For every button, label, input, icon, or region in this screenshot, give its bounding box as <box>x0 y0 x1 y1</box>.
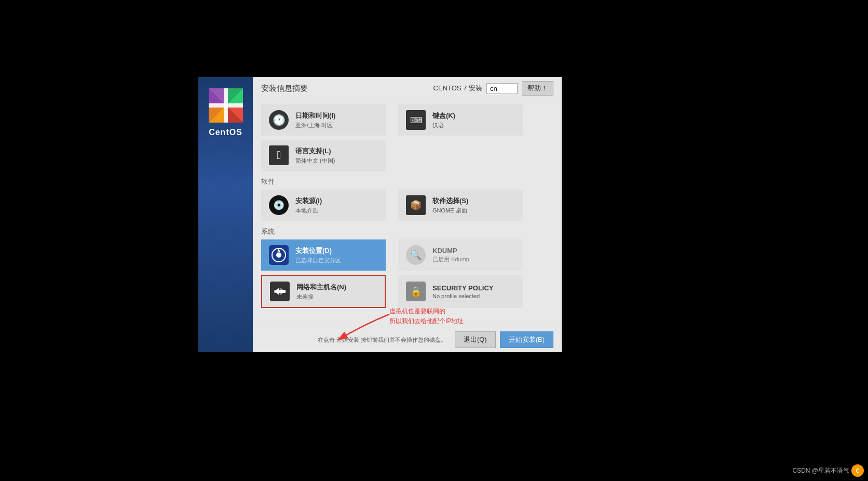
system-section-label: 系统 <box>261 227 553 236</box>
help-button[interactable]: 帮助！ <box>522 81 553 96</box>
lang-input[interactable] <box>486 83 518 94</box>
kdump-title: KDUMP <box>432 247 469 255</box>
header-bar: 安装信息摘要 CENTOS 7 安装 帮助！ <box>253 77 562 100</box>
tile-install-destination[interactable]: 安装位置(D) 已选择自定义分区 <box>261 239 386 271</box>
install-dest-subtitle: 已选择自定义分区 <box>295 257 341 264</box>
clock-icon: 🕐 <box>267 109 290 131</box>
datetime-subtitle: 亚洲/上海 时区 <box>295 122 335 129</box>
network-subtitle: 未连接 <box>296 293 346 301</box>
sidebar: CentOS <box>198 77 253 352</box>
centos-logo <box>208 87 244 124</box>
language-subtitle: 简体中文 (中国) <box>295 157 335 165</box>
keyboard-subtitle: 汉语 <box>432 122 455 129</box>
security-subtitle: No profile selected <box>432 293 494 299</box>
tile-language[interactable]:  语言支持(L) 简体中文 (中国) <box>261 140 386 171</box>
tile-software-selection[interactable]: 📦 软件选择(S) GNOME 桌面 <box>398 190 523 221</box>
network-icon <box>268 280 291 303</box>
software-row: 💿 安装源(I) 本地介质 📦 软件选择(S) GNOME 桌面 <box>261 190 553 221</box>
keyboard-icon: ⌨ <box>404 109 427 131</box>
tile-kdump[interactable]: 🔍 KDUMP 已启用 Kdump <box>398 239 523 271</box>
datetime-title: 日期和时间(I) <box>295 111 335 121</box>
svg-point-12 <box>276 252 281 258</box>
network-title: 网络和主机名(N) <box>296 283 346 292</box>
tile-datetime[interactable]: 🕐 日期和时间(I) 亚洲/上海 时区 <box>261 104 386 136</box>
tile-install-source[interactable]: 💿 安装源(I) 本地介质 <box>261 190 386 221</box>
csdn-watermark: CSDN @星若不语气 C <box>792 464 864 477</box>
security-title: SECURITY POLICY <box>432 284 494 292</box>
lock-icon: 🔒 <box>404 280 427 303</box>
csdn-avatar: C <box>851 464 864 477</box>
brand-label: CentOS <box>209 128 242 137</box>
tile-network[interactable]: 网络和主机名(N) 未连接 <box>261 275 386 308</box>
install-source-subtitle: 本地介质 <box>295 207 322 215</box>
kdump-subtitle: 已启用 Kdump <box>432 256 469 263</box>
install-button[interactable]: 开始安装(B) <box>500 331 553 348</box>
page-title: 安装信息摘要 <box>261 84 308 93</box>
software-section-label: 软件 <box>261 177 553 186</box>
csdn-label: CSDN @星若不语气 <box>792 466 849 475</box>
package-icon: 📦 <box>404 194 427 217</box>
tile-keyboard[interactable]: ⌨ 键盘(K) 汉语 <box>398 104 523 136</box>
svg-rect-9 <box>209 103 243 108</box>
keyboard-title: 键盘(K) <box>432 111 455 121</box>
localization-row: 🕐 日期和时间(I) 亚洲/上海 时区 ⌨ 键盘(K) 汉语 <box>261 104 553 136</box>
software-selection-subtitle: GNOME 桌面 <box>432 207 468 215</box>
tile-security[interactable]: 🔒 SECURITY POLICY No profile selected <box>398 275 523 308</box>
header-right: CENTOS 7 安装 帮助！ <box>433 81 553 96</box>
centos-install-label: CENTOS 7 安装 <box>433 84 482 93</box>
install-dest-title: 安装位置(D) <box>295 246 341 256</box>
software-selection-title: 软件选择(S) <box>432 196 468 206</box>
scroll-area[interactable]: 🕐 日期和时间(I) 亚洲/上海 时区 ⌨ 键盘(K) 汉语 <box>253 100 562 327</box>
disk-icon <box>267 244 290 266</box>
lang-icon:  <box>267 144 290 167</box>
exit-button[interactable]: 退出(Q) <box>455 331 496 348</box>
content-area: 安装信息摘要 CENTOS 7 安装 帮助！ 🕐 日期和时间(I) 亚洲/上海 … <box>253 77 562 352</box>
language-title: 语言支持(L) <box>295 146 335 156</box>
install-source-title: 安装源(I) <box>295 196 322 206</box>
system-row2: 网络和主机名(N) 未连接 🔒 SECURITY POLICY No profi… <box>261 275 553 308</box>
kdump-icon: 🔍 <box>404 244 427 266</box>
language-row:  语言支持(L) 简体中文 (中国) <box>261 140 553 171</box>
disc-icon: 💿 <box>267 194 290 217</box>
system-row1: 安装位置(D) 已选择自定义分区 🔍 KDUMP 已启用 Kdump <box>261 239 553 271</box>
footer-note: 在点击 开始安装 按钮前我们并不会操作您的磁盘。 <box>261 336 446 344</box>
footer-bar: 在点击 开始安装 按钮前我们并不会操作您的磁盘。 退出(Q) 开始安装(B) <box>253 327 562 352</box>
